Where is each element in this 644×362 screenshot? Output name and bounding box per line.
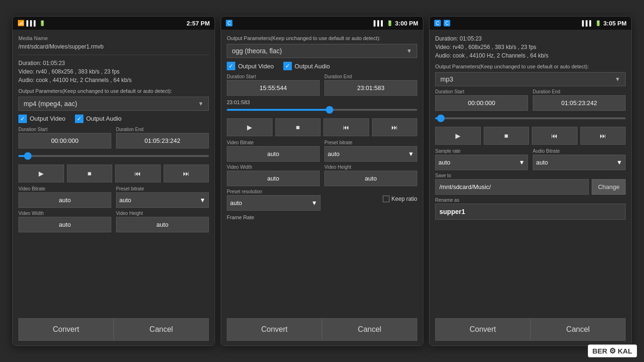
preset-resolution-select-2[interactable]: auto ▼	[227, 195, 321, 211]
stop-btn-2[interactable]: ■	[275, 118, 321, 136]
time-3: ▌▌▌ 🔋 3:05 PM	[582, 20, 627, 27]
slider-fill-2	[227, 109, 331, 111]
play-btn-2[interactable]: ▶	[227, 118, 272, 136]
app-icon-2a: C	[226, 20, 232, 26]
video-width-input-1[interactable]: auto	[18, 217, 111, 232]
checkbox-row-1: ✓ Output Video ✓ Output Audio	[18, 115, 209, 123]
video-width-field-1: Video Width auto	[18, 211, 111, 232]
next-btn-3[interactable]: ⏭	[580, 127, 626, 145]
slider-thumb-1[interactable]	[24, 152, 32, 160]
prev-btn-2[interactable]: ⏮	[323, 118, 369, 136]
sample-rate-select-3[interactable]: auto ▼	[435, 155, 528, 170]
duration-row-2: Duration Start 15:55:544 Duration End 23…	[227, 74, 417, 96]
audio-bitrate-select-3[interactable]: auto ▼	[533, 155, 626, 170]
file-info-1: Duration: 01:05:23 Video: rv40 , 608x256…	[18, 59, 209, 84]
play-btn-1[interactable]: ▶	[18, 165, 64, 182]
convert-btn-1[interactable]: Convert	[18, 318, 114, 341]
video-bitrate-input-2[interactable]: auto	[227, 146, 320, 162]
duration-end-label-2: Duration End	[324, 74, 417, 79]
convert-btn-3[interactable]: Convert	[435, 318, 530, 341]
output-audio-label-2: Output Audio	[295, 63, 330, 70]
video-width-label-2: Video Width	[227, 165, 320, 170]
convert-btn-2[interactable]: Convert	[227, 318, 322, 341]
duration-end-label-3: Duration End	[533, 89, 626, 94]
output-audio-check-1[interactable]: ✓	[75, 115, 83, 123]
cancel-btn-3[interactable]: Cancel	[530, 318, 626, 341]
signal-icon: ▌▌▌	[26, 20, 37, 26]
slider-track-2[interactable]	[227, 109, 417, 111]
prev-btn-3[interactable]: ⏮	[532, 127, 578, 145]
rename-as-label-3: Rename as	[435, 197, 626, 203]
slider-time-2: 23:01:583	[227, 99, 417, 105]
controls-row-1: ▶ ■ ⏮ ⏭	[18, 165, 209, 182]
duration-start-input-2[interactable]: 15:55:544	[227, 80, 320, 96]
video-bitrate-field-1: Video Bitrate auto	[18, 186, 111, 208]
phone-3: C C ▌▌▌ 🔋 3:05 PM Duration: 01:05:23 Vid…	[429, 16, 632, 346]
slider-container-2: 23:01:583	[227, 99, 417, 114]
duration-start-field-1: Duration Start 00:00:000	[18, 127, 111, 148]
stop-btn-1[interactable]: ■	[67, 165, 113, 182]
rename-input-3[interactable]: supper1	[435, 204, 626, 220]
change-btn-3[interactable]: Change	[592, 179, 626, 195]
slider-track-3[interactable]	[435, 117, 626, 119]
divider-1	[18, 55, 209, 55]
video-height-field-2: Video Height auto	[324, 165, 417, 186]
battery-icon-3: 🔋	[595, 20, 602, 26]
prev-btn-1[interactable]: ⏮	[115, 165, 161, 182]
duration-start-field-2: Duration Start 15:55:544	[227, 74, 320, 96]
checkbox-row-2: ✓ Output Video ✓ Output Audio	[227, 62, 417, 70]
cancel-btn-2[interactable]: Cancel	[322, 318, 417, 341]
status-bar-1: 📶 ▌▌▌ 🔋 2:57 PM	[13, 16, 215, 30]
rename-row-3: Rename as supper1	[435, 197, 626, 220]
controls-row-2: ▶ ■ ⏮ ⏭	[227, 118, 417, 136]
duration-start-input-1[interactable]: 00:00:000	[18, 133, 111, 148]
app-icon-3b: C	[444, 20, 450, 26]
app-content-2: Output Parameters(Keep unchanged to use …	[221, 30, 423, 346]
save-to-path-3[interactable]: /mnt/sdcard/Music/	[435, 179, 589, 195]
duration-end-input-1[interactable]: 01:05:23:242	[116, 133, 209, 148]
keep-ratio-checkbox-2[interactable]	[383, 196, 389, 202]
output-audio-checkbox-2[interactable]: ✓ Output Audio	[283, 62, 330, 70]
preset-bitrate-value-1: auto	[119, 197, 131, 204]
output-audio-check-2[interactable]: ✓	[283, 62, 292, 70]
output-video-checkbox-1[interactable]: ✓ Output Video	[18, 115, 66, 123]
duration-end-input-3[interactable]: 01:05:23:242	[533, 95, 626, 111]
cancel-btn-1[interactable]: Cancel	[114, 318, 209, 341]
format-value-1: mp4 (mpeg4, aac)	[24, 100, 77, 107]
signal-icon-2: ▌▌▌	[373, 20, 384, 26]
dropdown-arrow-1: ▼	[198, 100, 204, 107]
output-audio-checkbox-1[interactable]: ✓ Output Audio	[75, 115, 122, 123]
preset-bitrate-field-1: Preset bitrate auto ▼	[116, 186, 209, 208]
play-btn-3[interactable]: ▶	[435, 127, 481, 145]
keep-ratio-item-2[interactable]: Keep ratio	[383, 196, 417, 202]
battery-icon-2: 🔋	[387, 20, 393, 26]
slider-thumb-3[interactable]	[437, 115, 445, 122]
video-width-input-2[interactable]: auto	[227, 171, 320, 186]
dropdown-arrow-2: ▼	[406, 48, 412, 54]
duration-start-input-3[interactable]: 00:00:000	[435, 95, 528, 111]
stop-btn-3[interactable]: ■	[484, 127, 529, 145]
output-video-check-1[interactable]: ✓	[18, 115, 27, 123]
duration-end-input-2[interactable]: 23:01:583	[324, 80, 417, 96]
slider-track-1[interactable]	[18, 155, 209, 157]
output-params-label-2: Output Parameters(Keep unchanged to use …	[227, 35, 417, 41]
sample-rate-value-3: auto	[438, 159, 450, 166]
slider-thumb-2[interactable]	[326, 106, 333, 114]
preset-bitrate-select-2[interactable]: auto ▼	[324, 146, 417, 162]
output-video-checkbox-2[interactable]: ✓ Output Video	[227, 62, 274, 70]
next-btn-1[interactable]: ⏭	[164, 165, 209, 182]
format-selector-1[interactable]: mp4 (mpeg4, aac) ▼	[18, 97, 209, 111]
video-height-input-2[interactable]: auto	[324, 171, 417, 186]
format-selector-2[interactable]: ogg (theora, flac) ▼	[227, 44, 417, 58]
output-video-check-2[interactable]: ✓	[227, 62, 235, 70]
next-btn-2[interactable]: ⏭	[372, 118, 418, 136]
app-content-3: Duration: 01:05:23 Video: rv40 , 608x256…	[429, 30, 631, 346]
duration-row-3: Duration Start 00:00:000 Duration End 01…	[435, 89, 626, 111]
preset-bitrate-select-1[interactable]: auto ▼	[116, 192, 209, 208]
format-selector-3[interactable]: mp3 ▼	[435, 72, 626, 86]
status-icons-1: 📶 ▌▌▌ 🔋	[17, 20, 46, 26]
preset-resolution-value-2: auto	[230, 199, 242, 206]
file-info-3: Duration: 01:05:23 Video: rv40 , 608x256…	[435, 34, 626, 60]
video-height-input-1[interactable]: auto	[116, 217, 209, 232]
video-bitrate-input-1[interactable]: auto	[18, 192, 111, 208]
